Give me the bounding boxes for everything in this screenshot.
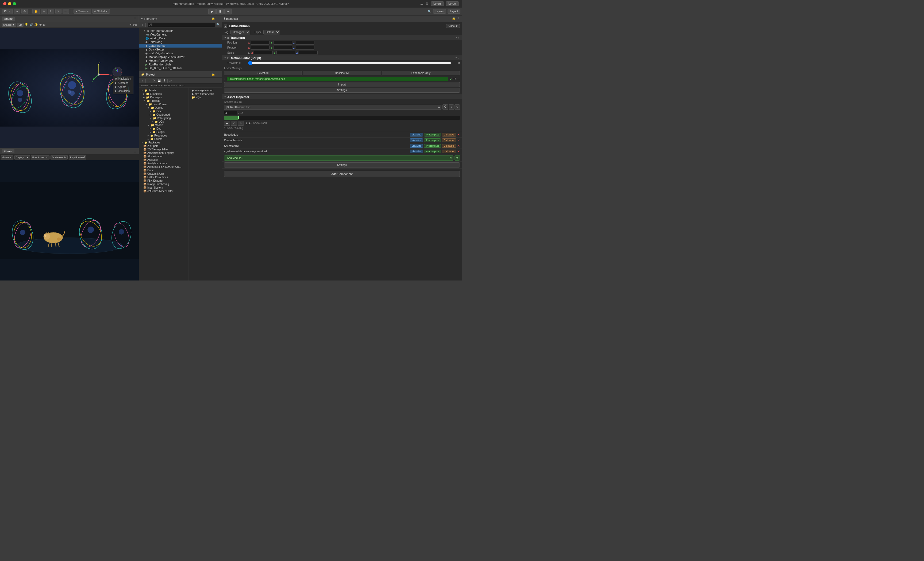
path-plus[interactable]: + bbox=[224, 78, 226, 81]
add-project-btn[interactable]: + bbox=[141, 79, 144, 82]
game-tab[interactable]: Game bbox=[2, 149, 14, 153]
center-dropdown[interactable]: ● Center ▼ bbox=[74, 9, 91, 13]
exportable-only-btn[interactable]: Exportable Only bbox=[382, 71, 460, 75]
contact-visualize-btn[interactable]: Visualize bbox=[410, 138, 423, 142]
hierarchy-item[interactable]: ◆ Motion-replay-VQVisualizer bbox=[139, 55, 222, 59]
average-motion-asset[interactable]: ◆ average-motion bbox=[189, 89, 220, 92]
lighting-icon[interactable]: 💡 bbox=[25, 23, 28, 27]
close-button[interactable] bbox=[3, 2, 6, 5]
packages2-folder[interactable]: 📁 Packages bbox=[139, 141, 188, 144]
rotate-tool[interactable]: ↻ bbox=[48, 9, 54, 14]
in-app-purchasing-item[interactable]: 📦 In App Purchasing bbox=[139, 183, 188, 186]
rect-tool[interactable]: ▭ bbox=[63, 9, 69, 14]
projects-folder[interactable]: 📁 Projects bbox=[139, 99, 188, 103]
dash-icon[interactable]: — bbox=[457, 78, 460, 81]
scale-ctrl[interactable]: Scale ●── 1x bbox=[51, 155, 68, 160]
import-btn[interactable]: ↓ bbox=[147, 79, 150, 82]
rot-y-input[interactable]: 0 bbox=[273, 46, 292, 50]
aspect-dropdown[interactable]: Free Aspect ▼ bbox=[31, 155, 50, 160]
save-btn[interactable]: 💾 bbox=[157, 79, 162, 82]
vqphase-remove-btn[interactable]: ✕ bbox=[457, 150, 460, 153]
dog-folder[interactable]: 📁 Dog bbox=[139, 127, 188, 130]
module-settings-btn[interactable]: Settings bbox=[224, 162, 460, 168]
vqphase-precompute-btn[interactable]: Precompute bbox=[424, 150, 441, 153]
step-button[interactable]: ⏭ bbox=[224, 9, 232, 14]
display-dropdown[interactable]: Display 1 ▼ bbox=[14, 155, 30, 160]
cloud-btn[interactable]: ☁ bbox=[14, 9, 20, 14]
hierarchy-item[interactable]: ◆ Motion-Replay-dog bbox=[139, 59, 222, 63]
ai-nav-item[interactable]: 📦 AI Navigation bbox=[139, 155, 188, 158]
burst-item[interactable]: 📦 Burst bbox=[139, 169, 188, 172]
asset-select[interactable]: [3] RunRandom.bvh bbox=[224, 105, 441, 110]
persp-label[interactable]: <Persp bbox=[129, 24, 137, 26]
hierarchy-options-icon[interactable]: ⋮ bbox=[216, 17, 219, 21]
autodesk-item[interactable]: 📦 Autodesk FBX SDK for Uni... bbox=[139, 165, 188, 169]
add-module-arrow[interactable]: ▼ bbox=[454, 155, 460, 160]
asset-inspector-header[interactable]: ▼ Asset Inspector bbox=[222, 94, 462, 99]
layer-select[interactable]: Default bbox=[263, 30, 280, 34]
custom-nunit-item[interactable]: 📦 Custom NUnit bbox=[139, 172, 188, 175]
layout-label[interactable]: Layout bbox=[446, 1, 459, 6]
add-module-select[interactable]: Add Module... bbox=[224, 156, 453, 160]
analytics-item[interactable]: 📦 Analytics bbox=[139, 158, 188, 162]
input-system-item[interactable]: 📦 Input System bbox=[139, 186, 188, 189]
hierarchy-item[interactable]: 🌐 World_Dark bbox=[139, 36, 222, 40]
translate-x-slider[interactable] bbox=[248, 61, 451, 65]
hierarchy-root[interactable]: ▼ ◉ mm-human2dog* bbox=[139, 29, 222, 33]
vqs-folder[interactable]: 📁 VQs bbox=[139, 120, 188, 123]
style-callbacks-btn[interactable]: Callbacks bbox=[442, 144, 456, 148]
analytics-lib-item[interactable]: 📦 Analytics Library bbox=[139, 162, 188, 165]
surfaces-item[interactable]: Surfaces bbox=[115, 81, 131, 85]
asset-next-btn[interactable]: > bbox=[454, 105, 460, 110]
transform-header[interactable]: ▼ ⊞ Transform ? ⋮ bbox=[222, 35, 462, 40]
vqphase-callbacks-btn[interactable]: Callbacks bbox=[442, 150, 456, 153]
scale-x-input[interactable]: 1 bbox=[254, 51, 273, 55]
style-visualize-btn[interactable]: Visualize bbox=[410, 144, 423, 148]
asset-prev-btn[interactable]: < bbox=[448, 105, 454, 110]
rot-z-input[interactable]: 0 bbox=[296, 46, 314, 50]
mm-human2dog-asset[interactable]: ◆ mm-human2dog bbox=[189, 92, 220, 96]
hierarchy-item[interactable]: ◆ EditorVQVisualizer bbox=[139, 51, 222, 55]
play-button[interactable]: ▶ bbox=[208, 9, 216, 14]
hierarchy-item-runrandom[interactable]: ▶ RunRandom.bvh bbox=[139, 63, 222, 66]
root-callbacks-btn[interactable]: Callbacks bbox=[442, 133, 456, 136]
hand-tool[interactable]: ✋ bbox=[32, 9, 40, 14]
scene-options-icon[interactable]: ⋮ bbox=[134, 17, 136, 21]
root-visualize-btn[interactable]: Visualize bbox=[410, 133, 423, 136]
contact-remove-btn[interactable]: ✕ bbox=[457, 138, 460, 142]
vqs-asset[interactable]: 📁 VQs bbox=[189, 96, 220, 99]
info-btn[interactable]: ℹ bbox=[163, 79, 166, 82]
static-dropdown[interactable]: Static ▼ bbox=[446, 24, 460, 28]
fbx-exporter-item[interactable]: 📦 FBX Exporter bbox=[139, 179, 188, 183]
contact-precompute-btn[interactable]: Precompute bbox=[424, 138, 441, 142]
inspector-lock-icon[interactable]: 🔒 bbox=[452, 17, 456, 21]
hierarchy-search[interactable] bbox=[147, 23, 215, 27]
biped-folder[interactable]: 📁 Biped bbox=[139, 109, 188, 113]
pl-dropdown[interactable]: PL ▼ bbox=[2, 9, 13, 14]
object-active-toggle[interactable]: ✓ bbox=[224, 25, 227, 28]
project-options-icon[interactable]: ⋮ bbox=[216, 73, 219, 76]
style-remove-btn[interactable]: ✕ bbox=[457, 144, 460, 148]
pause-button[interactable]: ⏸ bbox=[216, 9, 224, 14]
game-dropdown[interactable]: Game ▼ bbox=[1, 155, 14, 160]
motion-editor-toggle[interactable]: ✓ bbox=[227, 57, 230, 59]
timeline-bar[interactable] bbox=[224, 116, 460, 120]
settings-btn[interactable]: ⚙ bbox=[21, 9, 28, 14]
examples-folder[interactable]: 📁 Examples bbox=[139, 92, 188, 96]
global-dropdown[interactable]: ⊕ Global ▼ bbox=[92, 9, 110, 13]
obstacles-item[interactable]: Obstacles bbox=[115, 89, 131, 93]
select-all-btn[interactable]: Select All bbox=[224, 71, 302, 75]
rot-x-input[interactable]: 0 bbox=[251, 46, 270, 50]
2d-toggle[interactable]: 2D bbox=[17, 23, 24, 27]
retargeting-folder[interactable]: 📁 Retargeting bbox=[139, 117, 188, 120]
deepphase-folder[interactable]: 📁 DeepPhase bbox=[139, 103, 188, 106]
pos-z-input[interactable]: -127.1636 bbox=[296, 40, 314, 45]
minimize-button[interactable] bbox=[8, 2, 11, 5]
audio-icon[interactable]: 🔊 bbox=[29, 23, 33, 27]
shading-dropdown[interactable]: Shaded ▼ bbox=[2, 23, 16, 27]
demos-folder[interactable]: 📁 Demos bbox=[139, 106, 188, 109]
maximize-button[interactable] bbox=[13, 2, 16, 5]
tag-select[interactable]: Untagged bbox=[231, 30, 250, 34]
hierarchy-item-editor-human[interactable]: ◆ Editor-human bbox=[139, 44, 222, 48]
scale-tool[interactable]: ⤡ bbox=[56, 9, 62, 14]
